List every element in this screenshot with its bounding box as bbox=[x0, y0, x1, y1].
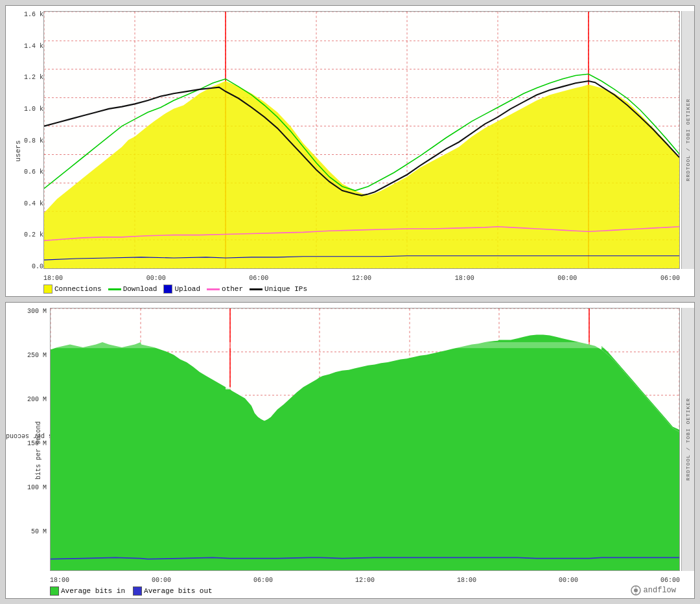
legend-connections-label: Connections bbox=[54, 285, 102, 293]
y-tick: 1.0 k bbox=[24, 106, 43, 113]
legend-download-label: Download bbox=[123, 285, 158, 293]
x-tick: 06:00 bbox=[660, 577, 680, 584]
legend-avg-out: Average bits out bbox=[133, 587, 213, 596]
legend-upload-icon bbox=[163, 285, 172, 294]
y-tick: 0.8 k bbox=[24, 137, 43, 145]
legend-upload-label: Upload bbox=[174, 285, 200, 293]
x-axis-users: 18:00 00:00 06:00 12:00 18:00 00:00 06:0… bbox=[43, 275, 680, 282]
legend-other: other bbox=[207, 285, 243, 293]
legend-other-icon bbox=[207, 288, 220, 290]
y-tick: 1.2 k bbox=[24, 74, 43, 81]
legend-avg-out-label: Average bits out bbox=[144, 587, 213, 595]
x-tick: 18:00 bbox=[455, 275, 474, 282]
legend-connections: Connections bbox=[43, 285, 102, 294]
legend-avg-in-icon bbox=[50, 587, 59, 596]
chart-svg-area-bits bbox=[50, 308, 680, 571]
legend-avg-out-icon bbox=[133, 587, 142, 596]
y-axis-title-users: users bbox=[14, 140, 22, 161]
y-tick: 250 M bbox=[27, 352, 47, 359]
chart1-title-right-text: RRDTOOL / TOBI OETIKER bbox=[685, 99, 691, 181]
svg-rect-44 bbox=[51, 342, 679, 348]
bits-chart-svg bbox=[51, 308, 679, 570]
y-tick: 100 M bbox=[27, 484, 47, 491]
main-container: 1.6 k 1.4 k 1.2 k 1.0 k 0.8 k 0.6 k 0.4 … bbox=[0, 0, 700, 604]
x-tick: 00:00 bbox=[557, 275, 577, 282]
x-tick: 12:00 bbox=[355, 577, 375, 584]
watermark: andflow bbox=[631, 585, 676, 596]
legend-avg-in: Average bits in bbox=[50, 587, 125, 596]
x-tick: 06:00 bbox=[253, 577, 273, 584]
y-tick: 0.4 k bbox=[24, 200, 43, 207]
y-tick: 300 M bbox=[27, 308, 47, 315]
chart-panel-users: 1.6 k 1.4 k 1.2 k 1.0 k 0.8 k 0.6 k 0.4 … bbox=[5, 5, 695, 297]
legend-bits: Average bits in Average bits out bbox=[50, 587, 213, 596]
x-tick: 06:00 bbox=[660, 275, 680, 282]
chart-panel-bits: 300 M 250 M 200 M 150 M 100 M 50 M bits … bbox=[5, 302, 695, 599]
chart2-title-right: RRDTOOL / TOBI OETIKER bbox=[681, 308, 694, 571]
x-tick: 18:00 bbox=[50, 577, 69, 584]
chart-svg-area-users bbox=[43, 11, 680, 269]
chart1-title-right: RRDTOOL / TOBI OETIKER bbox=[681, 11, 694, 269]
legend-uniqueips-label: Unique IPs bbox=[264, 285, 307, 293]
y-tick: 1.4 k bbox=[24, 43, 43, 50]
x-tick: 00:00 bbox=[559, 577, 578, 584]
y-tick: 0.0 bbox=[32, 263, 43, 270]
legend-uniqueips-icon bbox=[250, 288, 262, 290]
x-tick: 18:00 bbox=[457, 577, 476, 584]
svg-point-47 bbox=[634, 588, 638, 592]
legend-download: Download bbox=[108, 285, 158, 293]
x-tick: 06:00 bbox=[249, 275, 268, 282]
users-chart-svg bbox=[44, 12, 679, 268]
y-tick: 0.6 k bbox=[24, 168, 43, 176]
watermark-text: andflow bbox=[644, 586, 676, 595]
svg-marker-41 bbox=[51, 334, 679, 570]
x-tick: 12:00 bbox=[352, 275, 371, 282]
legend-download-icon bbox=[108, 288, 121, 290]
legend-avg-in-label: Average bits in bbox=[61, 587, 125, 595]
y-tick: 1.6 k bbox=[24, 11, 43, 18]
x-tick: 00:00 bbox=[152, 577, 171, 584]
y-axis-bits-label: bits per second bbox=[35, 421, 42, 480]
legend-connections-icon bbox=[43, 285, 52, 294]
legend-other-label: other bbox=[222, 285, 243, 293]
y-tick: 0.2 k bbox=[24, 231, 43, 238]
y-axis-bits-label-container: bits per second bbox=[9, 447, 67, 454]
x-tick: 00:00 bbox=[146, 275, 166, 282]
y-tick: 50 M bbox=[31, 528, 47, 535]
x-axis-bits: 18:00 00:00 06:00 12:00 18:00 00:00 06:0… bbox=[50, 577, 680, 584]
legend-unique-ips: Unique IPs bbox=[250, 285, 307, 293]
legend-upload: Upload bbox=[163, 285, 200, 294]
chart2-title-right-text: RRDTOOL / TOBI OETIKER bbox=[685, 398, 691, 481]
legend-users: Connections Download Upload other Unique… bbox=[43, 285, 307, 294]
y-tick: 200 M bbox=[27, 396, 47, 403]
watermark-logo-icon bbox=[631, 585, 641, 596]
x-tick: 18:00 bbox=[43, 275, 63, 282]
